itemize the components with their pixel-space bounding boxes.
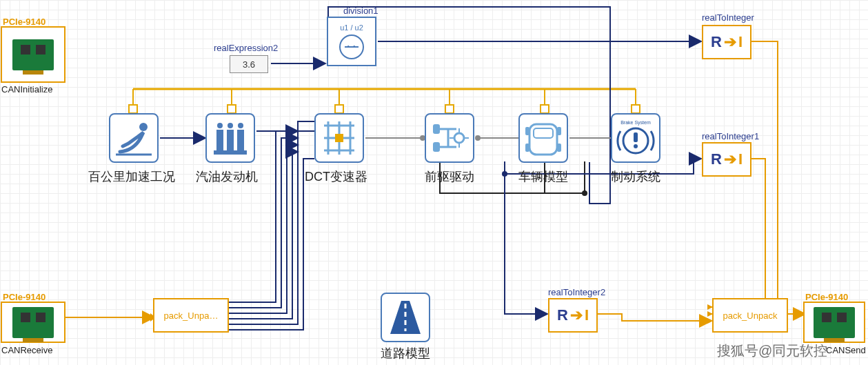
svg-rect-30 [634, 132, 638, 142]
division1-inner-label: u1 / u2 [340, 23, 363, 32]
svg-rect-19 [433, 124, 440, 134]
fwd-caption: 前驱驱动 [425, 168, 474, 185]
pack-unpack-1[interactable]: pack_Unpa… [153, 298, 229, 333]
svg-rect-5 [632, 105, 640, 113]
dct-block[interactable] [314, 113, 364, 163]
svg-rect-27 [557, 144, 561, 152]
r2i0-label: realToInteger [702, 12, 754, 23]
svg-point-14 [217, 123, 223, 128]
pcb-icon [12, 39, 54, 70]
real-to-integer-0[interactable]: R ➔ I [702, 25, 751, 59]
arrow-icon: ➔ [724, 33, 736, 51]
brake-caption: 制动系统 [611, 168, 660, 185]
real-expr2-label: realExpression2 [214, 43, 278, 53]
car-icon [523, 117, 564, 159]
svg-point-9 [502, 171, 507, 177]
real-to-integer-1[interactable]: R ➔ I [702, 142, 751, 177]
dct-caption: DCT变速器 [305, 168, 367, 185]
can-recv-title: PCIe-9140 [3, 292, 46, 302]
road-block[interactable] [381, 293, 430, 342]
svg-rect-13 [237, 130, 244, 150]
svg-rect-25 [557, 127, 561, 135]
drivetrain-icon [429, 117, 470, 159]
svg-point-15 [228, 123, 233, 128]
arrow-icon: ➔ [724, 150, 736, 168]
can-initialize-block[interactable] [1, 26, 65, 83]
division1-block[interactable]: u1 / u2 [327, 17, 376, 66]
division-icon [339, 34, 364, 59]
fwd-block[interactable] [425, 113, 474, 163]
gearbox-icon [319, 117, 360, 159]
real-to-integer-2[interactable]: R ➔ I [548, 298, 598, 333]
can-recv-label: CANReceive [1, 345, 52, 355]
r-letter: R [557, 306, 568, 324]
vehicle-block[interactable] [518, 113, 568, 163]
can-send-block[interactable] [803, 302, 865, 343]
svg-point-7 [475, 135, 481, 141]
engine-block[interactable] [205, 113, 255, 163]
can-init-title: PCIe-9140 [3, 17, 46, 27]
brake-icon: Brake System [615, 117, 656, 159]
i-letter: I [585, 306, 589, 324]
svg-point-31 [634, 144, 638, 148]
svg-point-8 [582, 190, 587, 196]
pack-unpack-1-label: pack_Unpa… [164, 310, 219, 321]
svg-rect-1 [228, 105, 236, 113]
i-letter: I [738, 150, 743, 168]
svg-rect-26 [525, 144, 529, 152]
svg-rect-4 [541, 105, 549, 113]
svg-rect-0 [129, 105, 137, 113]
accel-block[interactable] [109, 113, 159, 163]
r-letter: R [711, 150, 722, 168]
can-init-label: CANInitialize [1, 84, 52, 95]
watermark: 搜狐号@同元软控 [717, 342, 827, 360]
pack-unpack-2[interactable]: pack_Unpack [712, 298, 788, 333]
division1-label: division1 [343, 6, 379, 16]
can-send-title: PCIe-9140 [805, 292, 848, 302]
r2i1-label: realToInteger1 [702, 131, 759, 141]
real-expression-2[interactable]: 3.6 [230, 55, 268, 73]
svg-rect-12 [227, 130, 234, 150]
svg-rect-17 [214, 150, 247, 155]
svg-rect-11 [216, 130, 223, 150]
svg-rect-2 [335, 105, 343, 113]
pcb-icon [814, 307, 855, 338]
svg-rect-24 [525, 127, 529, 135]
pack-unpack-2-label: pack_Unpack [723, 310, 778, 321]
engine-icon [210, 117, 251, 159]
svg-point-10 [139, 123, 148, 131]
svg-rect-3 [445, 105, 454, 113]
pcb-icon [12, 307, 54, 338]
i-letter: I [738, 33, 743, 51]
vehicle-caption: 车辆模型 [518, 168, 568, 185]
svg-rect-18 [335, 134, 343, 142]
engine-caption: 汽油发动机 [196, 168, 258, 185]
runner-icon [113, 117, 154, 159]
svg-text:Brake System: Brake System [620, 120, 651, 126]
arrow-icon: ➔ [570, 306, 583, 324]
can-send-label: CANSend [826, 345, 866, 355]
can-receive-block[interactable] [1, 302, 65, 343]
road-icon [385, 297, 426, 338]
road-caption: 道路模型 [381, 345, 430, 362]
brake-block[interactable]: Brake System [611, 113, 660, 163]
r-letter: R [711, 33, 722, 51]
svg-point-16 [238, 123, 243, 128]
svg-rect-20 [433, 142, 440, 152]
accel-caption: 百公里加速工况 [88, 168, 175, 185]
svg-point-21 [454, 133, 464, 143]
svg-rect-23 [534, 128, 553, 138]
real-expr2-value: 3.6 [243, 59, 255, 70]
r2i2-label: realToInteger2 [548, 287, 605, 297]
